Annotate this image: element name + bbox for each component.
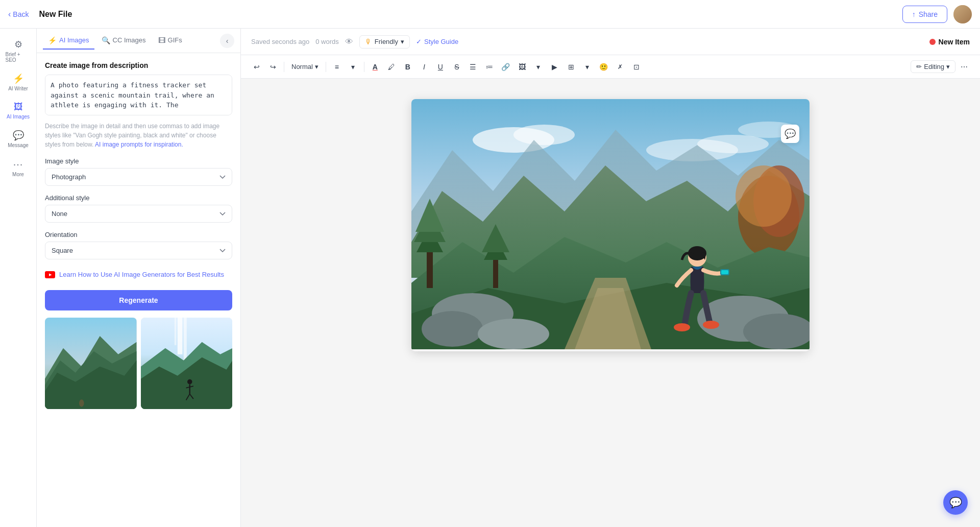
inspiration-link[interactable]: AI image prompts for inspiration.	[95, 141, 183, 148]
mic-icon: 🎙	[365, 38, 372, 46]
svg-point-40	[674, 323, 690, 331]
brief-seo-icon: ⚙	[14, 39, 22, 50]
editor-canvas: 💬	[241, 79, 980, 527]
image-chevron-button[interactable]: ▾	[531, 59, 546, 75]
ai-panel-tabs: ⚡ AI Images 🔍 CC Images 🎞 GIFs ‹	[37, 29, 240, 53]
avatar[interactable]	[953, 5, 972, 23]
toolbar-divider-1	[284, 62, 284, 72]
link-button[interactable]: 🔗	[498, 59, 513, 75]
font-style-chevron: ▾	[315, 63, 318, 70]
image-style-label: Image style	[45, 157, 232, 165]
redo-button[interactable]: ↪	[265, 59, 281, 75]
orientation-select[interactable]: Square Landscape Portrait	[45, 242, 232, 259]
learn-link-text: Learn How to Use AI Image Generators for…	[59, 270, 224, 280]
tab-ai-images[interactable]: ⚡ AI Images	[43, 32, 94, 50]
additional-style-label: Additional style	[45, 194, 232, 202]
new-item-label: New Item	[939, 38, 970, 46]
visibility-icon[interactable]: 👁	[345, 37, 353, 46]
more-icon: ···	[13, 158, 23, 170]
special-char-button[interactable]: ✗	[612, 59, 628, 75]
image-button[interactable]: 🖼	[514, 59, 530, 75]
editor-toolbar: ↩ ↪ Normal ▾ ≡ ▾ A 🖊 B I U S ☰ ≔ 🔗 🖼 ▾ ▶…	[241, 55, 980, 79]
underline-button[interactable]: U	[433, 59, 448, 75]
prompt-hint: Describe the image in detail and then us…	[45, 122, 232, 149]
svg-rect-6	[177, 318, 182, 354]
align-button[interactable]: ≡	[329, 59, 345, 75]
svg-rect-39	[721, 270, 728, 274]
numbered-list-button[interactable]: ≔	[482, 59, 497, 75]
table-chevron-button[interactable]: ▾	[580, 59, 595, 75]
share-button[interactable]: ↑ Share	[902, 6, 947, 23]
thumbnails-grid	[45, 318, 232, 410]
toolbar-divider-3	[364, 62, 364, 72]
align-chevron-button[interactable]: ▾	[346, 59, 361, 75]
comment-icon: 💬	[785, 128, 796, 139]
share-icon: ↑	[912, 10, 916, 18]
word-count: 0 words	[315, 38, 339, 45]
sidebar-label-ai-writer: AI Writer	[8, 86, 28, 91]
save-status: Saved seconds ago	[251, 38, 309, 45]
learn-link[interactable]: Learn How to Use AI Image Generators for…	[45, 270, 232, 280]
collapse-panel-button[interactable]: ‹	[220, 34, 234, 48]
file-title: New File	[39, 10, 72, 19]
undo-button[interactable]: ↩	[249, 59, 264, 75]
strikethrough-button[interactable]: S	[449, 59, 464, 75]
chat-float-button[interactable]: 💬	[943, 490, 968, 515]
svg-point-20	[697, 135, 769, 153]
font-color-button[interactable]: A	[368, 59, 383, 75]
tone-chevron-icon: ▾	[401, 38, 404, 45]
layout-button[interactable]: ⊡	[629, 59, 644, 75]
image-style-select[interactable]: Photograph Illustration Painting Sketch …	[45, 168, 232, 186]
bold-button[interactable]: B	[400, 59, 415, 75]
sidebar-label-brief-seo: Brief + SEO	[6, 52, 31, 63]
main-image[interactable]	[411, 99, 810, 351]
sidebar-item-brief-seo[interactable]: ⚙ Brief + SEO	[3, 35, 34, 67]
sidebar-label-ai-images: AI Images	[7, 114, 30, 119]
svg-point-4	[79, 399, 84, 406]
regenerate-button[interactable]: Regenerate	[45, 290, 232, 310]
tone-label: Friendly	[375, 38, 398, 45]
editing-label: Editing	[924, 63, 944, 70]
italic-button[interactable]: I	[416, 59, 432, 75]
play-button[interactable]: ▶	[547, 59, 562, 75]
style-guide-icon: ✓	[416, 38, 422, 45]
add-comment-button[interactable]: 💬	[781, 125, 799, 143]
ai-panel: ⚡ AI Images 🔍 CC Images 🎞 GIFs ‹ Create …	[37, 29, 241, 527]
youtube-icon	[45, 271, 55, 278]
font-style-select[interactable]: Normal ▾	[287, 61, 323, 73]
ai-panel-content: Create image from description A photo fe…	[37, 53, 240, 527]
more-options-button[interactable]: ⋯	[957, 59, 972, 75]
sidebar-label-message: Message	[8, 142, 29, 148]
highlight-button[interactable]: 🖊	[384, 59, 399, 75]
tab-cc-images[interactable]: 🔍 CC Images	[96, 32, 151, 50]
cc-images-tab-label: CC Images	[113, 36, 146, 44]
editing-mode-button[interactable]: ✏ Editing ▾	[911, 60, 955, 73]
thumbnail-2[interactable]	[141, 318, 233, 410]
sidebar-item-ai-writer[interactable]: ⚡ AI Writer	[3, 69, 34, 95]
ai-images-tab-label: AI Images	[59, 36, 89, 44]
icon-sidebar: ⚙ Brief + SEO ⚡ AI Writer 🖼 AI Images 💬 …	[0, 29, 37, 527]
gifs-tab-label: GIFs	[168, 36, 182, 44]
main-layout: ⚙ Brief + SEO ⚡ AI Writer 🖼 AI Images 💬 …	[0, 29, 980, 527]
editing-chevron: ▾	[946, 63, 950, 70]
emoji-button[interactable]: 🙂	[596, 59, 611, 75]
sidebar-item-more[interactable]: ··· More	[3, 154, 34, 181]
prompt-textarea[interactable]: A photo featuring a fitness tracker set …	[45, 75, 232, 115]
table-button[interactable]: ⊞	[564, 59, 579, 75]
bullet-list-button[interactable]: ☰	[465, 59, 481, 75]
ai-images-icon: 🖼	[14, 102, 23, 112]
thumbnail-1[interactable]	[45, 318, 137, 410]
style-guide-button[interactable]: ✓ Style Guide	[416, 38, 458, 45]
tab-gifs[interactable]: 🎞 GIFs	[153, 32, 187, 50]
gifs-tab-icon: 🎞	[158, 36, 165, 44]
new-item-button[interactable]: New Item	[929, 38, 970, 46]
additional-style-select[interactable]: None Vintage Modern Minimalist Dark	[45, 205, 232, 223]
sidebar-item-message[interactable]: 💬 Message	[3, 126, 34, 152]
svg-rect-8	[174, 318, 176, 345]
top-nav: ‹ Back New File ↑ Share	[0, 0, 980, 29]
sidebar-label-more: More	[12, 172, 24, 177]
tone-button[interactable]: 🎙 Friendly ▾	[359, 35, 410, 49]
sidebar-item-ai-images[interactable]: 🖼 AI Images	[3, 98, 34, 124]
new-item-indicator	[929, 39, 936, 45]
back-button[interactable]: ‹ Back	[8, 10, 29, 19]
